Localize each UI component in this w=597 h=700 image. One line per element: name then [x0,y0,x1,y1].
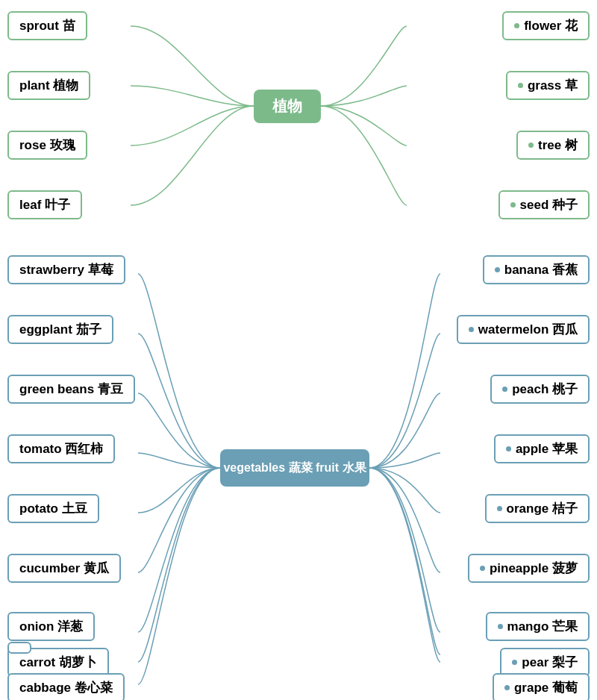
peach-label: peach 桃子 [512,381,578,398]
onion-label: onion 洋葱 [19,618,83,635]
mango-label: mango 芒果 [507,618,578,635]
potato-label: potato 土豆 [19,500,87,517]
food-center-node: vegetables 蔬菜 fruit 水果 [220,449,369,487]
apple-dot [506,446,511,451]
pineapple-dot [480,566,485,571]
peach-dot [502,387,507,392]
node-strawberry: strawberry 草莓 [7,255,125,284]
mango-dot [498,624,503,629]
eggplant-label: eggplant 茄子 [19,321,101,338]
node-banana: banana 香蕉 [483,255,590,284]
node-cucumber: cucumber 黄瓜 [7,554,121,583]
sprout-label: sprout 苗 [19,17,75,34]
node-rose: rose 玫瑰 [7,131,87,160]
node-apple: apple 苹果 [494,434,590,463]
flower-label: flower 花 [524,17,578,34]
node-tomato: tomato 西红柿 [7,434,115,463]
banana-dot [495,267,500,272]
grape-label: grape 葡萄 [514,679,578,696]
seed-label: seed 种子 [520,196,578,213]
mind-map: 植物 sprout 苗 plant 植物 rose 玫瑰 leaf 叶子 flo… [0,0,597,700]
flower-dot [514,23,519,28]
node-potato: potato 土豆 [7,494,99,523]
pear-dot [512,660,517,665]
plants-center-node: 植物 [254,90,321,123]
tree-label: tree 树 [538,137,578,154]
rose-label: rose 玫瑰 [19,137,75,154]
node-watermelon: watermelon 西瓜 [457,315,590,344]
plants-center-label: 植物 [272,96,302,116]
node-sprout: sprout 苗 [7,11,87,40]
carrot-label: carrot 胡萝卜 [19,654,97,671]
node-seed: seed 种子 [498,190,590,219]
cabbage-label: cabbage 卷心菜 [19,679,113,696]
pear-label: pear 梨子 [522,654,578,671]
grape-dot [504,685,510,690]
node-pineapple: pineapple 菠萝 [468,554,590,583]
node-flower: flower 花 [502,11,590,40]
grass-label: grass 草 [528,77,578,94]
food-section: vegetables 蔬菜 fruit 水果 strawberry 草莓 egg… [0,239,597,700]
banana-label: banana 香蕉 [504,261,578,278]
tree-dot [528,143,534,148]
node-plant: plant 植物 [7,71,90,100]
plants-section: 植物 sprout 苗 plant 植物 rose 玫瑰 leaf 叶子 flo… [0,0,597,224]
node-grass: grass 草 [506,71,590,100]
watermelon-dot [469,327,474,332]
food-center-label: vegetables 蔬菜 fruit 水果 [223,460,366,476]
cucumber-label: cucumber 黄瓜 [19,560,109,577]
grass-dot [518,83,523,88]
seed-dot [510,202,516,207]
pineapple-label: pineapple 菠萝 [490,560,578,577]
node-mango: mango 芒果 [486,612,590,641]
greenbeans-label: green beans 青豆 [19,381,123,398]
node-grape: grape 葡萄 [493,673,590,700]
watermelon-label: watermelon 西瓜 [478,321,578,338]
orange-label: orange 桔子 [507,500,578,517]
node-orange: orange 桔子 [485,494,590,523]
node-cabbage: cabbage 卷心菜 [7,673,125,700]
node-eggplant: eggplant 茄子 [7,315,113,344]
node-peach: peach 桃子 [490,375,590,404]
node-greenbeans: green beans 青豆 [7,375,135,404]
apple-label: apple 苹果 [516,440,578,457]
plant-label: plant 植物 [19,77,78,94]
tomato-label: tomato 西红柿 [19,440,103,457]
leaf-label: leaf 叶子 [19,196,70,213]
node-leaf: leaf 叶子 [7,190,82,219]
strawberry-label: strawberry 草莓 [19,261,113,278]
node-tree: tree 树 [516,131,590,160]
node-onion: onion 洋葱 [7,612,95,641]
orange-dot [497,506,502,511]
node-carrot-alt [7,642,31,654]
